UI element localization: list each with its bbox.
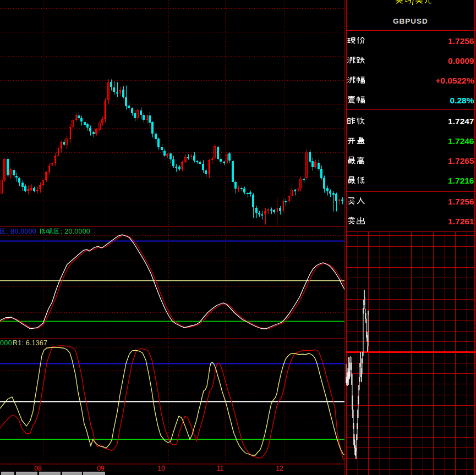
svg-text:0.0009: 0.0009	[448, 56, 474, 65]
svg-text:10: 10	[157, 465, 165, 472]
svg-text:R1: 6.1367: R1: 6.1367	[13, 339, 47, 347]
svg-text:1.7216: 1.7216	[448, 176, 474, 185]
svg-text:1.7256: 1.7256	[448, 197, 474, 206]
svg-text:+0.0522%: +0.0522%	[435, 76, 474, 85]
svg-text:1.7261: 1.7261	[448, 217, 474, 226]
svg-text:: 80.0000: : 80.0000	[7, 228, 36, 235]
svg-text:08: 08	[34, 465, 42, 472]
svg-text:11: 11	[217, 465, 224, 472]
svg-text:1.7265: 1.7265	[448, 156, 474, 165]
svg-text:1.7247: 1.7247	[448, 117, 474, 126]
svg-text:12: 12	[276, 465, 283, 472]
svg-text:0.28%: 0.28%	[450, 96, 474, 105]
svg-text:: 20.0000: : 20.0000	[61, 228, 90, 235]
svg-text:000: 000	[0, 339, 12, 347]
svg-text:1.7256: 1.7256	[448, 36, 474, 46]
svg-text:GBPUSD: GBPUSD	[393, 17, 428, 25]
svg-text:1.7246: 1.7246	[448, 136, 474, 146]
svg-text:09: 09	[97, 465, 105, 472]
